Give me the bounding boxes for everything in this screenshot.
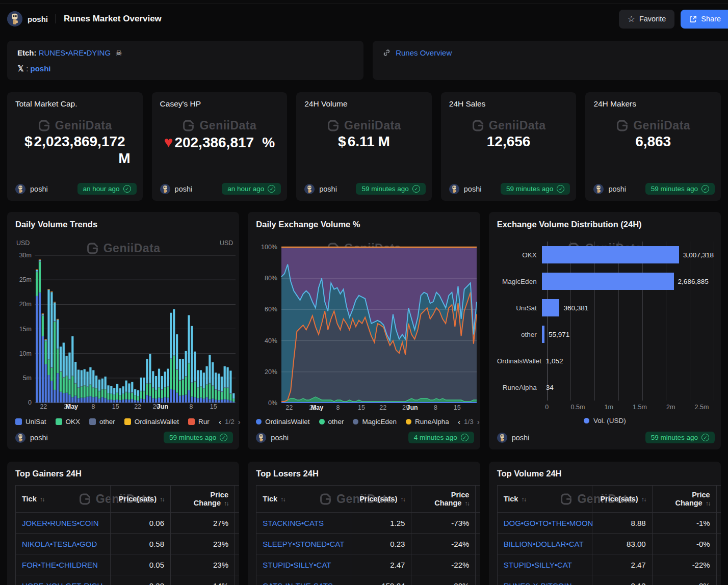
tick-cell[interactable]: BILLION•DOLLAR•CAT (497, 534, 592, 554)
column-header[interactable]: Price(sats)↑↓ (351, 486, 411, 513)
svg-text:22: 22 (286, 404, 293, 411)
bar-segment (229, 393, 231, 401)
column-header[interactable]: Tick↑↓ (497, 486, 592, 513)
user-name[interactable]: poshi (28, 15, 48, 23)
stat-value: $2,023,869,172M (14, 133, 136, 167)
horizontal-bar-chart[interactable]: OKX3,007,318MagicEden2,686,885UniSat360,… (497, 242, 714, 413)
legend-item[interactable]: RuneAlpha (406, 418, 449, 426)
bar-segment (98, 380, 100, 391)
author-name[interactable]: poshi (608, 185, 626, 193)
column-header[interactable]: Price(sats)↑↓ (111, 486, 171, 513)
tick-cell[interactable]: RUNES•X•BITCOIN (497, 575, 592, 585)
author-name[interactable]: poshi (30, 185, 48, 193)
tick-cell[interactable]: CATS•IN•THE•SATS (256, 575, 351, 585)
stat-value-block: GeniiData12,656 (448, 119, 569, 150)
x-profile-link[interactable]: poshi (31, 64, 51, 73)
bar-segment (74, 396, 76, 403)
bar-segment (36, 272, 38, 296)
poshi-avatar[interactable] (449, 184, 459, 194)
column-header[interactable] (476, 486, 480, 513)
legend-item[interactable]: other (319, 418, 344, 426)
legend-item[interactable]: OKX (56, 418, 81, 426)
bar-segment (203, 388, 205, 398)
column-header[interactable]: Price Change↑↓ (171, 486, 235, 513)
author-name[interactable]: poshi (512, 434, 530, 442)
column-header[interactable]: Tick↑↓ (16, 486, 111, 513)
prev-page-arrow[interactable]: ‹ (219, 417, 221, 426)
sort-icon[interactable]: ↑↓ (224, 500, 228, 507)
sort-icon[interactable]: ↑↓ (400, 496, 405, 503)
volume-cell (476, 534, 480, 554)
author-name[interactable]: poshi (319, 185, 337, 193)
prev-page-arrow[interactable]: ‹ (458, 417, 460, 426)
poshi-avatar[interactable] (304, 184, 315, 194)
poshi-avatar[interactable] (256, 433, 266, 443)
author-name[interactable]: poshi (30, 434, 48, 442)
tick-cell[interactable]: NIKOLA•TESLA•GOD (16, 534, 111, 554)
share-button[interactable]: Share (681, 10, 728, 29)
bar-segment (188, 315, 190, 363)
hbar-row[interactable]: OrdinalsWallet1,052 (497, 348, 714, 374)
poshi-avatar[interactable] (15, 433, 25, 443)
tick-cell[interactable]: STUPID•SILLY•CAT (497, 554, 592, 575)
bar-segment (229, 370, 231, 393)
author-name[interactable]: poshi (271, 434, 289, 442)
poshi-avatar[interactable] (497, 433, 507, 443)
hbar-row[interactable]: UniSat360,381 (497, 295, 714, 321)
poshi-avatar[interactable] (7, 11, 22, 26)
bar-segment (212, 398, 214, 403)
bar[interactable] (542, 273, 674, 290)
bar[interactable] (542, 299, 560, 316)
sort-icon[interactable]: ↑↓ (40, 496, 44, 503)
sort-icon[interactable]: ↑↓ (464, 500, 469, 507)
stacked-area-chart[interactable]: 0%20%40%60%80%100%2229May8152229Jun815 (252, 245, 478, 411)
hbar-row[interactable]: MagicEden2,686,885 (497, 268, 714, 295)
legend-item[interactable]: OrdinalsWallet (256, 418, 309, 426)
bar-segment (81, 370, 83, 386)
author-name[interactable]: poshi (464, 185, 482, 193)
column-header[interactable]: Price Change↑↓ (652, 486, 716, 513)
etch-link[interactable]: RUNES•ARE•DYING (39, 48, 111, 57)
poshi-avatar[interactable] (160, 184, 170, 194)
runes-overview-link[interactable]: Runes Overview (396, 48, 452, 57)
legend-item[interactable]: OrdinalsWallet (124, 418, 179, 426)
legend-item[interactable]: MagicEden (353, 418, 397, 426)
column-header[interactable]: V↑↓ (235, 486, 240, 513)
stacked-bar-chart[interactable]: 05m10m15m20m25m30m2229May8152229Jun815 (11, 245, 238, 411)
bar-segment (92, 387, 94, 397)
hbar-row[interactable]: RuneAlpha34 (497, 374, 714, 401)
poshi-avatar[interactable] (15, 184, 25, 194)
sort-icon[interactable]: ↑↓ (521, 496, 526, 503)
hbar-row[interactable]: OKX3,007,318 (497, 242, 714, 268)
geniidata-watermark: GeniiData (14, 119, 136, 132)
hbar-row[interactable]: other55,971 (497, 321, 714, 348)
bar-segment (146, 395, 148, 403)
tick-cell[interactable]: STUPID•SILLY•CAT (256, 554, 351, 575)
column-header[interactable]: Price Change↑↓ (411, 486, 476, 513)
sort-icon[interactable]: ↑↓ (641, 496, 646, 503)
favorite-button[interactable]: ☆ Favorite (619, 10, 675, 29)
svg-text:5m: 5m (23, 375, 32, 382)
column-header[interactable] (716, 486, 721, 513)
legend-item[interactable]: other (89, 418, 115, 426)
sort-icon[interactable]: ↑↓ (160, 496, 164, 503)
column-header[interactable]: Price(sats)↑↓ (592, 486, 652, 513)
tick-cell[interactable]: HOPE•YOU•GET•RICH (16, 575, 111, 585)
bar[interactable] (542, 326, 544, 343)
next-page-arrow[interactable]: › (238, 417, 241, 426)
tick-cell[interactable]: JOKER•RUNES•COIN (16, 513, 111, 534)
sort-icon[interactable]: ↑↓ (706, 500, 710, 507)
next-page-arrow[interactable]: › (477, 417, 480, 426)
chart-legend[interactable]: Vol. (USD) (489, 417, 721, 424)
author-name[interactable]: poshi (175, 185, 193, 193)
sort-icon[interactable]: ↑↓ (280, 496, 285, 503)
legend-item[interactable]: UniSat (15, 418, 46, 426)
tick-cell[interactable]: STACKING•CATS (256, 513, 351, 534)
tick-cell[interactable]: DOG•GO•TO•THE•MOON (497, 513, 592, 534)
poshi-avatar[interactable] (593, 184, 604, 194)
tick-cell[interactable]: SLEEPY•STONED•CAT (256, 534, 351, 554)
column-header[interactable]: Tick↑↓ (256, 486, 351, 513)
tick-cell[interactable]: FOR•THE•CHILDREN (16, 554, 111, 575)
legend-item[interactable]: Rur (188, 418, 210, 426)
bar[interactable] (542, 246, 679, 263)
